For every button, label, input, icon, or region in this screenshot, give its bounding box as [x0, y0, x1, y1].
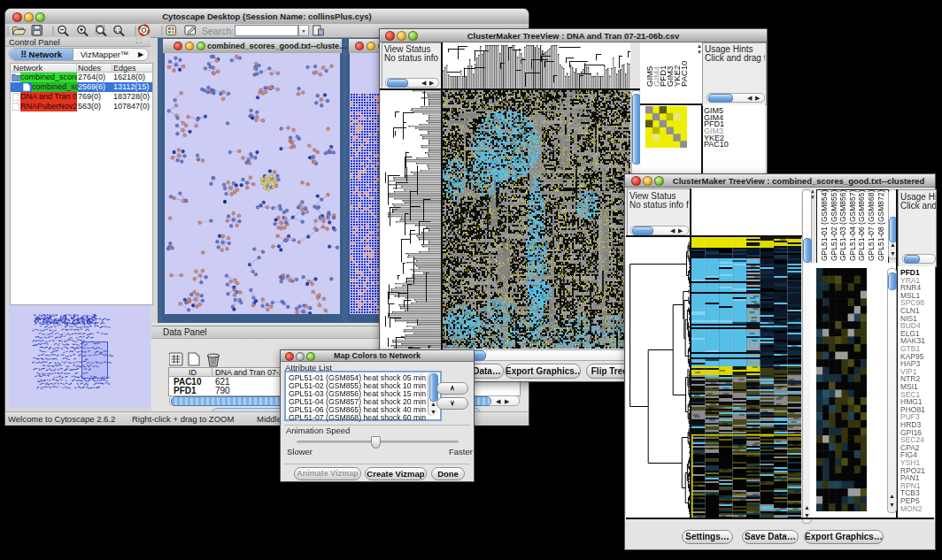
svg-text:1:1: 1:1 — [115, 28, 121, 33]
